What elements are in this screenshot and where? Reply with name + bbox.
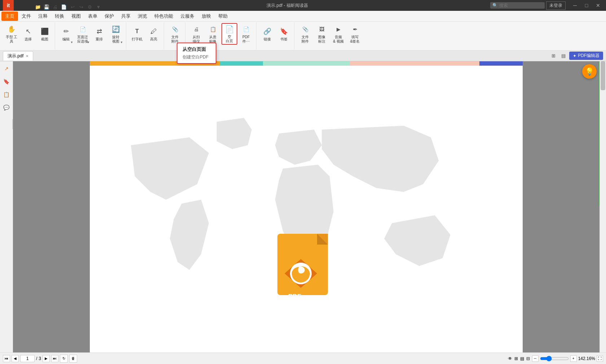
tooltip-popup: 从空白页面 创建空白PDF — [177, 43, 216, 64]
pdf-merge-label: PDF件⋯ — [242, 35, 250, 44]
maximize-button[interactable]: □ — [581, 1, 592, 9]
pdf-editor-button[interactable]: ✦ PDF编辑器 — [569, 52, 603, 60]
qa-new[interactable]: 📄 — [60, 3, 68, 11]
split-view-button[interactable]: ▤ — [559, 52, 568, 60]
tab-bar: 演示.pdf ✕ ⊞ ▤ ✦ PDF编辑器 — [0, 51, 606, 61]
menu-item-home[interactable]: 主页 — [1, 12, 18, 21]
zoom-slider[interactable] — [540, 356, 569, 361]
menu-item-browse[interactable]: 浏览 — [134, 12, 151, 21]
search-input[interactable] — [499, 3, 543, 8]
left-sidebar: ↗ 🔖 📋 💬 — [0, 61, 13, 353]
from-scanner-button[interactable]: 🖨 从扫描仪 — [188, 23, 204, 45]
zoom-in-button[interactable]: + — [570, 355, 577, 362]
bookmark-icon: 🔖 — [279, 26, 289, 36]
menu-item-play[interactable]: 放映 — [198, 12, 215, 21]
sidebar-pages-button[interactable]: 📋 — [1, 89, 12, 100]
bookmark-button[interactable]: 🔖 书签 — [276, 23, 292, 45]
right-scrollbar[interactable] — [600, 61, 606, 352]
sign-icon: ✒ — [350, 24, 360, 34]
audio-video-button[interactable]: ▶ 音频& 视频 — [330, 23, 346, 45]
typewriter-button[interactable]: T 打字机 — [129, 23, 145, 45]
link-button[interactable]: 🔗 链接 — [259, 23, 275, 45]
file-attachment-button[interactable]: 📎 文件附件 — [297, 23, 313, 45]
view-list-icon[interactable]: ▤ — [520, 356, 524, 361]
edit-button[interactable]: ✏ 编辑 ▼ — [58, 23, 74, 45]
delete-page-button[interactable]: 🗑 — [69, 355, 77, 363]
link-label: 链接 — [264, 37, 271, 41]
qa-redo[interactable]: ↪ — [77, 3, 85, 11]
select-icon: ↖ — [23, 26, 33, 36]
prev-page-button[interactable]: ◀ — [12, 355, 19, 362]
pdf-merge-button[interactable]: 📄 PDF件⋯ — [238, 23, 254, 45]
main-content: PDF — [13, 61, 600, 352]
ribbon-toolbar: ✋ 手型 工具 ↖ 选择 ⬛ 截图 ✏ 编辑 ▼ 📄 页面迁应选项 ▼ — [0, 22, 606, 51]
image-annotation-label: 图像标注 — [318, 35, 325, 44]
qa-print[interactable]: 🖨 — [51, 3, 59, 11]
menu-item-annotate[interactable]: 注释 — [35, 12, 51, 21]
pdf-editor-icon: ✦ — [573, 53, 576, 58]
screenshot-button[interactable]: ⬛ 截图 — [37, 23, 53, 45]
qa-undo[interactable]: ↩ — [69, 3, 76, 11]
file-attach-button[interactable]: 📎 文件附件 — [167, 23, 183, 45]
menu-item-view[interactable]: 视图 — [68, 12, 84, 21]
from-clipboard-button[interactable]: 📋 从质贴换 — [205, 23, 221, 45]
hand-tool-button[interactable]: ✋ 手型 工具 — [4, 23, 19, 45]
view-flow-icon[interactable]: ⊟ — [526, 356, 530, 361]
color-segment-pink — [350, 61, 479, 66]
sidebar-comments-button[interactable]: 💬 — [1, 102, 12, 113]
title-bar: it 📁 💾 🖨 📄 ↩ ↪ ⚙ ▼ 演示.pdf - 福昕阅读器 🔍 未登录 … — [0, 0, 606, 11]
view-grid-icon[interactable]: ⊞ — [514, 356, 518, 361]
menu-item-protect[interactable]: 保护 — [101, 12, 118, 21]
last-page-button[interactable]: ⏭ — [51, 355, 58, 362]
menu-item-file[interactable]: 文件 — [18, 12, 35, 21]
color-segment-blue — [479, 61, 523, 66]
menu-item-cloud[interactable]: 云服务 — [177, 12, 198, 21]
first-page-button[interactable]: ⏮ — [3, 355, 10, 362]
next-page-button[interactable]: ▶ — [43, 355, 50, 362]
menu-item-convert[interactable]: 转换 — [51, 12, 68, 21]
qa-open[interactable]: 📁 — [34, 3, 42, 11]
audio-video-icon: ▶ — [333, 24, 343, 34]
zoom-out-button[interactable]: ─ — [532, 355, 539, 362]
menu-item-form[interactable]: 表单 — [84, 12, 101, 21]
image-annotation-button[interactable]: 🖼 图像标注 — [314, 23, 330, 45]
qa-settings[interactable]: ⚙ — [86, 3, 94, 11]
total-pages: 3 — [39, 356, 41, 361]
sign-button[interactable]: ✒ 填写&签名 — [347, 23, 363, 45]
highlight-button[interactable]: 🖊 高亮 — [146, 23, 162, 45]
color-segment-mint — [263, 61, 350, 66]
grid-view-button[interactable]: ⊞ — [549, 52, 558, 60]
lightbulb-icon: 💡 — [585, 67, 594, 76]
scanner-icon: 🖨 — [191, 24, 201, 34]
fullscreen-button[interactable]: ⛶ — [597, 355, 603, 362]
menu-item-share[interactable]: 共享 — [118, 12, 134, 21]
menu-item-help[interactable]: 帮助 — [215, 12, 231, 21]
page-number-input[interactable] — [20, 355, 35, 362]
text-group: T 打字机 🖊 高亮 — [127, 22, 164, 49]
menu-item-special[interactable]: 特色功能 — [151, 12, 177, 21]
view-eye-icon[interactable]: 👁 — [508, 356, 512, 361]
scroll-thumb[interactable] — [601, 61, 605, 90]
zoom-level-label: 142.16% — [578, 356, 595, 361]
qa-save[interactable]: 💾 — [43, 3, 50, 11]
rotate-page-button[interactable]: ↻ — [60, 355, 68, 363]
file-attach-icon: 📎 — [170, 24, 180, 34]
lightbulb-button[interactable]: 💡 — [582, 64, 597, 79]
audio-video-label: 音频& 视频 — [333, 35, 343, 44]
sidebar-bookmarks-button[interactable]: 🔖 — [1, 76, 12, 87]
world-map-background — [90, 66, 523, 352]
select-tool-button[interactable]: ↖ 选择 — [20, 23, 36, 45]
qa-dropdown[interactable]: ▼ — [95, 3, 102, 11]
close-button[interactable]: ✕ — [593, 1, 603, 9]
minimize-button[interactable]: ─ — [570, 1, 580, 9]
page-options-button[interactable]: 📄 页面迁应选项 ▼ — [75, 23, 91, 45]
reflow-button[interactable]: ⇄ 重排 — [91, 23, 107, 45]
sidebar-navigate-button[interactable]: ↗ — [1, 63, 12, 74]
link-icon: 🔗 — [262, 26, 272, 36]
login-button[interactable]: 未登录 — [546, 1, 566, 10]
close-tab-button[interactable]: ✕ — [26, 54, 28, 58]
pdf-tab[interactable]: 演示.pdf ✕ — [3, 51, 33, 61]
rotate-label: 旋转视图 — [112, 35, 119, 44]
rotate-button[interactable]: 🔄 旋转视图 ▼ — [108, 23, 124, 45]
blank-page-button[interactable]: 📄 空白页 — [221, 23, 237, 45]
